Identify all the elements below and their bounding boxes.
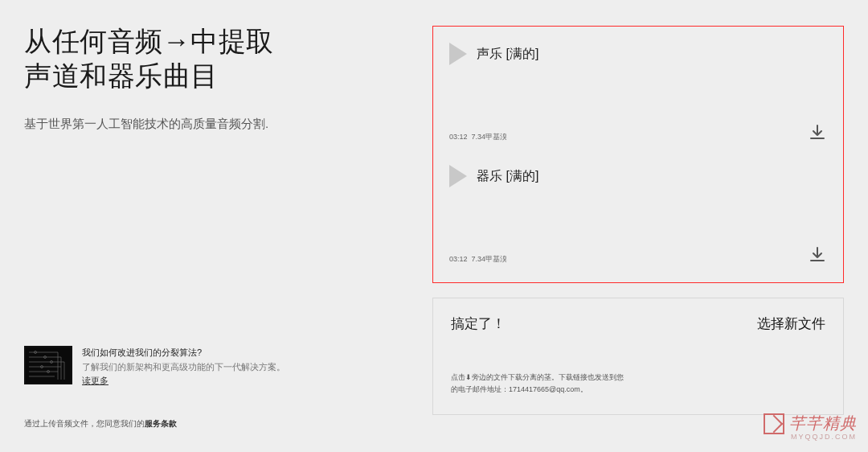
- tos-line: 通过上传音频文件，您同意我们的服务条款: [24, 418, 177, 429]
- watermark-logo-icon: [764, 413, 784, 434]
- track-title: 器乐 [满的]: [477, 168, 538, 185]
- watermark: 芊芊精典 MYQQJD.COM: [764, 413, 857, 441]
- tracks-frame: 声乐 [满的] 03:12 7.34甲基溴 器乐 [满的] 03:12 7.34…: [432, 26, 844, 283]
- play-icon[interactable]: [449, 165, 467, 187]
- track-row: 声乐 [满的] 03:12 7.34甲基溴: [449, 43, 827, 142]
- done-hint-line-1: 点击⬇旁边的文件下载分离的茎。下载链接也发送到您: [451, 373, 624, 381]
- play-icon[interactable]: [449, 43, 467, 65]
- tos-prefix: 通过上传音频文件，您同意我们的: [24, 419, 145, 428]
- download-icon[interactable]: [808, 123, 827, 142]
- track-duration: 03:12: [449, 133, 468, 141]
- done-hint: 点击⬇旁边的文件下载分离的茎。下载链接也发送到您 的电子邮件地址：1714417…: [451, 372, 825, 397]
- track-duration: 03:12: [449, 255, 468, 263]
- track-size: 7.34甲基溴: [472, 133, 508, 141]
- svg-rect-0: [26, 347, 71, 383]
- track-meta: 03:12 7.34甲基溴: [449, 132, 808, 142]
- track-row: 器乐 [满的] 03:12 7.34甲基溴: [449, 165, 827, 265]
- promo-card: 我们如何改进我们的分裂算法? 了解我们的新架构和更高级功能的下一代解决方案。 读…: [24, 346, 313, 388]
- track-size: 7.34甲基溴: [472, 255, 508, 263]
- headline-line-2: 声道和器乐曲目: [24, 60, 219, 91]
- choose-new-file-button[interactable]: 选择新文件: [757, 314, 825, 333]
- promo-title: 我们如何改进我们的分裂算法?: [82, 346, 285, 360]
- done-panel: 搞定了！ 选择新文件 点击⬇旁边的文件下载分离的茎。下载链接也发送到您 的电子邮…: [432, 298, 844, 415]
- promo-readmore-link[interactable]: 读更多: [82, 376, 108, 385]
- track-title: 声乐 [满的]: [477, 46, 538, 63]
- page-subhead: 基于世界第一人工智能技术的高质量音频分割.: [24, 113, 330, 134]
- done-hint-line-2: 的电子邮件地址：1714417665@qq.com。: [451, 385, 588, 393]
- promo-desc: 了解我们的新架构和更高级功能的下一代解决方案。: [82, 360, 285, 375]
- watermark-subtext: MYQQJD.COM: [764, 433, 857, 441]
- track-meta: 03:12 7.34甲基溴: [449, 254, 808, 265]
- tos-terms-link[interactable]: 服务条款: [145, 419, 177, 428]
- done-label: 搞定了！: [451, 314, 506, 333]
- headline-line-1: 从任何音频→中提取: [24, 26, 274, 56]
- watermark-text: 芊芊精典: [789, 413, 857, 434]
- download-icon[interactable]: [808, 245, 827, 265]
- promo-thumb: [24, 346, 72, 384]
- page-headline: 从任何音频→中提取 声道和器乐曲目: [24, 24, 354, 92]
